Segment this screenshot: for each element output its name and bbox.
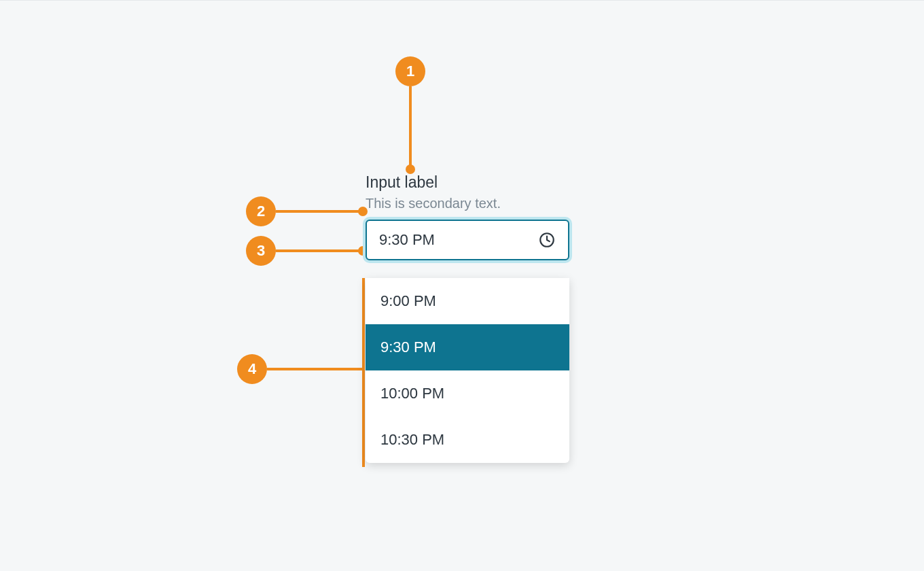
annotation-leader-4-vertical [362, 278, 365, 467]
time-option-label: 10:00 PM [380, 385, 444, 402]
time-option[interactable]: 9:00 PM [366, 278, 569, 324]
annotation-leader-3 [276, 249, 361, 252]
annotation-badge-4: 4 [237, 354, 267, 384]
input-label: Input label [366, 173, 569, 192]
annotation-leader-1 [409, 86, 412, 168]
time-option-label: 9:30 PM [380, 339, 436, 356]
time-option-label: 9:00 PM [380, 292, 436, 310]
annotation-badge-2: 2 [246, 196, 276, 226]
time-input-value: 9:30 PM [379, 231, 538, 249]
input-help-text: This is secondary text. [366, 196, 569, 211]
annotation-badge-3-number: 3 [257, 242, 265, 260]
time-option[interactable]: 10:30 PM [366, 417, 569, 463]
annotation-badge-1: 1 [395, 56, 425, 86]
annotation-badge-1-number: 1 [406, 63, 414, 80]
annotation-badge-3: 3 [246, 236, 276, 266]
annotation-leader-4 [267, 368, 362, 370]
time-dropdown-menu: 9:00 PM 9:30 PM 10:00 PM 10:30 PM [366, 278, 569, 463]
time-option-label: 10:30 PM [380, 431, 444, 449]
annotation-dot-1 [406, 165, 415, 174]
time-option[interactable]: 10:00 PM [366, 370, 569, 417]
diagram-canvas: 1 2 3 4 Input label This is secondary te… [0, 0, 924, 571]
annotation-badge-4-number: 4 [248, 360, 256, 378]
annotation-badge-2-number: 2 [257, 203, 265, 220]
time-picker-field: Input label This is secondary text. 9:30… [366, 173, 569, 260]
clock-icon [538, 231, 556, 249]
time-option-selected[interactable]: 9:30 PM [366, 324, 569, 370]
time-input[interactable]: 9:30 PM [366, 220, 569, 260]
annotation-leader-2 [276, 210, 361, 213]
